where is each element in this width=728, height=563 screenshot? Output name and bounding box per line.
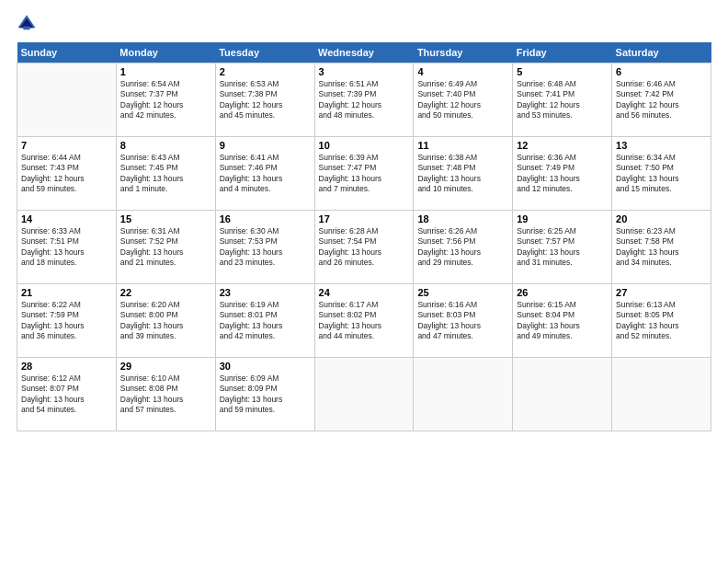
day-info: Sunrise: 6:49 AMSunset: 7:40 PMDaylight:… — [417, 79, 508, 121]
day-info: Sunrise: 6:30 AMSunset: 7:53 PMDaylight:… — [220, 226, 311, 269]
day-info: Sunrise: 6:44 AMSunset: 7:43 PMDaylight:… — [21, 153, 112, 195]
logo — [17, 13, 40, 33]
day-number: 3 — [319, 66, 410, 77]
day-cell: 1Sunrise: 6:54 AMSunset: 7:37 PMDaylight… — [116, 63, 215, 137]
day-cell: 7Sunrise: 6:44 AMSunset: 7:43 PMDaylight… — [17, 137, 117, 211]
day-number: 24 — [319, 287, 410, 298]
day-number: 8 — [120, 140, 211, 151]
day-cell: 3Sunrise: 6:51 AMSunset: 7:39 PMDaylight… — [314, 63, 414, 137]
day-cell: 28Sunrise: 6:12 AMSunset: 8:07 PMDayligh… — [17, 358, 117, 431]
day-info: Sunrise: 6:43 AMSunset: 7:45 PMDaylight:… — [120, 153, 211, 195]
day-cell: 25Sunrise: 6:16 AMSunset: 8:03 PMDayligh… — [414, 284, 513, 358]
day-info: Sunrise: 6:34 AMSunset: 7:50 PMDaylight:… — [616, 153, 707, 195]
day-info: Sunrise: 6:13 AMSunset: 8:05 PMDaylight:… — [616, 300, 707, 342]
header-wednesday: Wednesday — [314, 42, 414, 63]
day-info: Sunrise: 6:20 AMSunset: 8:00 PMDaylight:… — [120, 300, 211, 342]
day-number: 29 — [120, 361, 211, 372]
week-row-4: 28Sunrise: 6:12 AMSunset: 8:07 PMDayligh… — [17, 358, 711, 431]
day-cell: 8Sunrise: 6:43 AMSunset: 7:45 PMDaylight… — [116, 137, 215, 211]
day-cell: 17Sunrise: 6:28 AMSunset: 7:54 PMDayligh… — [314, 211, 414, 284]
day-info: Sunrise: 6:15 AMSunset: 8:04 PMDaylight:… — [517, 300, 608, 342]
header-saturday: Saturday — [612, 42, 711, 63]
day-cell: 4Sunrise: 6:49 AMSunset: 7:40 PMDaylight… — [414, 63, 513, 137]
day-cell: 6Sunrise: 6:46 AMSunset: 7:42 PMDaylight… — [612, 63, 711, 137]
day-info: Sunrise: 6:33 AMSunset: 7:51 PMDaylight:… — [21, 226, 112, 269]
day-number: 7 — [21, 140, 112, 151]
day-info: Sunrise: 6:16 AMSunset: 8:03 PMDaylight:… — [417, 300, 508, 342]
day-number: 20 — [616, 213, 707, 224]
day-cell: 14Sunrise: 6:33 AMSunset: 7:51 PMDayligh… — [17, 211, 117, 284]
week-row-1: 7Sunrise: 6:44 AMSunset: 7:43 PMDaylight… — [17, 137, 711, 211]
day-info: Sunrise: 6:46 AMSunset: 7:42 PMDaylight:… — [616, 79, 707, 121]
day-cell: 21Sunrise: 6:22 AMSunset: 7:59 PMDayligh… — [17, 284, 117, 358]
day-cell: 13Sunrise: 6:34 AMSunset: 7:50 PMDayligh… — [612, 137, 711, 211]
day-number: 21 — [21, 287, 112, 298]
day-cell: 23Sunrise: 6:19 AMSunset: 8:01 PMDayligh… — [215, 284, 314, 358]
day-number: 2 — [220, 66, 311, 77]
day-cell — [314, 358, 414, 431]
page: SundayMondayTuesdayWednesdayThursdayFrid… — [0, 0, 728, 563]
week-row-0: 1Sunrise: 6:54 AMSunset: 7:37 PMDaylight… — [17, 63, 711, 137]
day-info: Sunrise: 6:36 AMSunset: 7:49 PMDaylight:… — [517, 153, 608, 195]
day-cell: 5Sunrise: 6:48 AMSunset: 7:41 PMDaylight… — [513, 63, 612, 137]
day-number: 26 — [517, 287, 608, 298]
week-row-3: 21Sunrise: 6:22 AMSunset: 7:59 PMDayligh… — [17, 284, 711, 358]
day-info: Sunrise: 6:12 AMSunset: 8:07 PMDaylight:… — [21, 373, 112, 416]
day-number: 10 — [319, 140, 410, 151]
header-thursday: Thursday — [414, 42, 513, 63]
day-cell: 2Sunrise: 6:53 AMSunset: 7:38 PMDaylight… — [215, 63, 314, 137]
day-info: Sunrise: 6:25 AMSunset: 7:57 PMDaylight:… — [517, 226, 608, 269]
day-cell: 22Sunrise: 6:20 AMSunset: 8:00 PMDayligh… — [116, 284, 215, 358]
day-cell: 18Sunrise: 6:26 AMSunset: 7:56 PMDayligh… — [414, 211, 513, 284]
day-number: 15 — [120, 213, 211, 224]
week-row-2: 14Sunrise: 6:33 AMSunset: 7:51 PMDayligh… — [17, 211, 711, 284]
svg-rect-2 — [23, 27, 29, 30]
day-info: Sunrise: 6:51 AMSunset: 7:39 PMDaylight:… — [319, 79, 410, 121]
day-info: Sunrise: 6:54 AMSunset: 7:37 PMDaylight:… — [120, 79, 211, 121]
day-number: 5 — [517, 66, 608, 77]
day-cell — [612, 358, 711, 431]
day-number: 27 — [616, 287, 707, 298]
day-cell — [17, 63, 117, 137]
day-cell: 15Sunrise: 6:31 AMSunset: 7:52 PMDayligh… — [116, 211, 215, 284]
day-info: Sunrise: 6:39 AMSunset: 7:47 PMDaylight:… — [319, 153, 410, 195]
day-info: Sunrise: 6:22 AMSunset: 7:59 PMDaylight:… — [21, 300, 112, 342]
header-tuesday: Tuesday — [215, 42, 314, 63]
day-number: 13 — [616, 140, 707, 151]
day-cell: 10Sunrise: 6:39 AMSunset: 7:47 PMDayligh… — [314, 137, 414, 211]
day-number: 9 — [220, 140, 311, 151]
day-cell: 12Sunrise: 6:36 AMSunset: 7:49 PMDayligh… — [513, 137, 612, 211]
day-info: Sunrise: 6:09 AMSunset: 8:09 PMDaylight:… — [220, 373, 311, 416]
day-info: Sunrise: 6:17 AMSunset: 8:02 PMDaylight:… — [319, 300, 410, 342]
day-info: Sunrise: 6:19 AMSunset: 8:01 PMDaylight:… — [220, 300, 311, 342]
day-number: 4 — [417, 66, 508, 77]
day-number: 17 — [319, 213, 410, 224]
day-cell: 11Sunrise: 6:38 AMSunset: 7:48 PMDayligh… — [414, 137, 513, 211]
logo-icon — [17, 13, 37, 33]
day-number: 12 — [517, 140, 608, 151]
day-info: Sunrise: 6:38 AMSunset: 7:48 PMDaylight:… — [417, 153, 508, 195]
day-info: Sunrise: 6:53 AMSunset: 7:38 PMDaylight:… — [220, 79, 311, 121]
header-sunday: Sunday — [17, 42, 117, 63]
day-cell: 27Sunrise: 6:13 AMSunset: 8:05 PMDayligh… — [612, 284, 711, 358]
calendar-table: SundayMondayTuesdayWednesdayThursdayFrid… — [17, 42, 711, 431]
day-number: 23 — [220, 287, 311, 298]
day-cell: 26Sunrise: 6:15 AMSunset: 8:04 PMDayligh… — [513, 284, 612, 358]
header-monday: Monday — [116, 42, 215, 63]
day-info: Sunrise: 6:26 AMSunset: 7:56 PMDaylight:… — [417, 226, 508, 269]
day-info: Sunrise: 6:10 AMSunset: 8:08 PMDaylight:… — [120, 373, 211, 416]
day-info: Sunrise: 6:41 AMSunset: 7:46 PMDaylight:… — [220, 153, 311, 195]
day-number: 30 — [220, 361, 311, 372]
day-number: 6 — [616, 66, 707, 77]
day-info: Sunrise: 6:48 AMSunset: 7:41 PMDaylight:… — [517, 79, 608, 121]
day-cell: 24Sunrise: 6:17 AMSunset: 8:02 PMDayligh… — [314, 284, 414, 358]
day-cell: 30Sunrise: 6:09 AMSunset: 8:09 PMDayligh… — [215, 358, 314, 431]
day-number: 28 — [21, 361, 112, 372]
day-number: 18 — [417, 213, 508, 224]
header — [17, 13, 711, 33]
day-info: Sunrise: 6:28 AMSunset: 7:54 PMDaylight:… — [319, 226, 410, 269]
day-info: Sunrise: 6:23 AMSunset: 7:58 PMDaylight:… — [616, 226, 707, 269]
day-number: 1 — [120, 66, 211, 77]
day-number: 14 — [21, 213, 112, 224]
day-number: 19 — [517, 213, 608, 224]
